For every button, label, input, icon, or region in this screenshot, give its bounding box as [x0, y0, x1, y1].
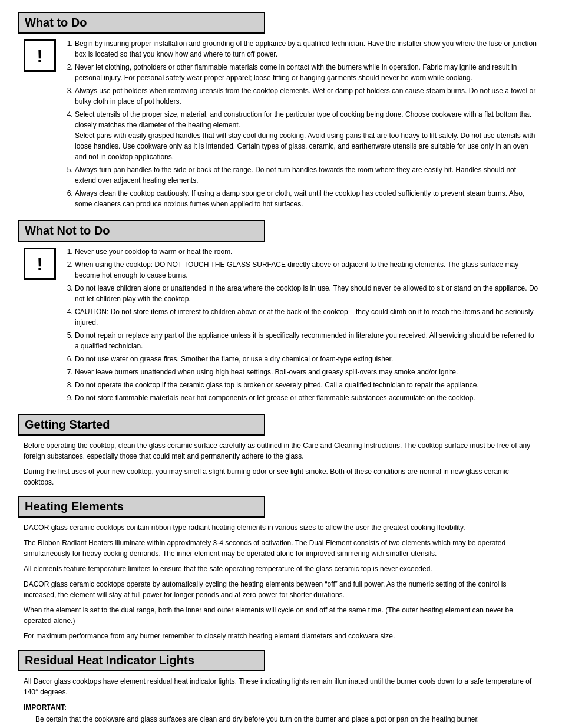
what-to-do-section: What to Do ! Begin by insuring proper in…	[18, 12, 544, 212]
heating-elements-p3: All elements feature temperature limiter…	[24, 564, 538, 574]
what-to-do-header: What to Do	[18, 12, 265, 34]
list-item: Never leave burners unattended when usin…	[75, 367, 538, 377]
warning-icon-inner-2: !	[37, 255, 43, 273]
residual-heat-section: Residual Heat Indicator Lights All Dacor…	[18, 650, 544, 724]
list-item: Do not store flammable materials near ho…	[75, 393, 538, 403]
list-item: Do not operate the cooktop if the cerami…	[75, 380, 538, 390]
list-item: Do not use water on grease fires. Smothe…	[75, 354, 538, 364]
what-not-to-do-header: What Not to Do	[18, 220, 265, 242]
important-text: Be certain that the cookware and glass s…	[35, 714, 538, 724]
what-not-to-do-warning-row: ! Never use your cooktop to warm or heat…	[24, 246, 538, 406]
what-not-to-do-title: What Not to Do	[25, 224, 258, 238]
what-not-to-do-list: Never use your cooktop to warm or heat t…	[75, 246, 538, 406]
heating-elements-p6: For maximum performance from any burner …	[24, 631, 538, 641]
list-item: Do not repair or replace any part of the…	[75, 330, 538, 351]
what-to-do-warning-row: ! Begin by insuring proper installation …	[24, 38, 538, 212]
list-item: Select utensils of the proper size, mate…	[75, 109, 538, 162]
getting-started-content: Before operating the cooktop, clean the …	[18, 440, 544, 487]
warning-icon: !	[24, 39, 56, 72]
important-block: Be certain that the cookware and glass s…	[35, 714, 538, 724]
list-item: Never use your cooktop to warm or heat t…	[75, 246, 538, 257]
getting-started-header: Getting Started	[18, 414, 265, 436]
list-item: Always use pot holders when removing ute…	[75, 85, 538, 107]
heating-elements-p2: The Ribbon Radiant Heaters illuminate wi…	[24, 538, 538, 559]
warning-icon-inner: !	[37, 47, 43, 65]
list-item: Never let clothing, potholders or other …	[75, 62, 538, 83]
heating-elements-header: Heating Elements	[18, 496, 265, 518]
exclamation-mark-2: !	[37, 255, 43, 273]
list-item: Do not leave children alone or unattende…	[75, 283, 538, 304]
residual-heat-header: Residual Heat Indicator Lights	[18, 650, 265, 671]
warning-icon-2: !	[24, 248, 56, 280]
what-to-do-title: What to Do	[25, 16, 258, 29]
what-not-to-do-section: What Not to Do ! Never use your cooktop …	[18, 220, 544, 406]
what-to-do-content: ! Begin by insuring proper installation …	[18, 38, 544, 212]
list-item: When using the cooktop: DO NOT TOUCH THE…	[75, 259, 538, 281]
what-not-to-do-content: ! Never use your cooktop to warm or heat…	[18, 246, 544, 406]
heating-elements-p4: DACOR glass ceramic cooktops operate by …	[24, 579, 538, 600]
list-item: CAUTION: Do not store items of interest …	[75, 307, 538, 328]
heating-elements-section: Heating Elements DACOR glass ceramic coo…	[18, 496, 544, 641]
important-label: IMPORTANT:	[24, 702, 538, 713]
heating-elements-title: Heating Elements	[25, 500, 258, 513]
heating-elements-p5: When the element is set to the dual rang…	[24, 605, 538, 626]
residual-heat-p1: All Dacor glass cooktops have element re…	[24, 676, 538, 697]
list-item: Always turn pan handles to the side or b…	[75, 164, 538, 186]
heating-elements-p1: DACOR glass ceramic cooktops contain rib…	[24, 522, 538, 533]
list-item: Always clean the cooktop cautiously. If …	[75, 188, 538, 209]
what-to-do-list: Begin by insuring proper installation an…	[75, 38, 538, 212]
getting-started-p2: During the first uses of your new cookto…	[24, 466, 538, 487]
residual-heat-content: All Dacor glass cooktops have element re…	[18, 676, 544, 724]
exclamation-mark: !	[37, 47, 43, 65]
getting-started-p1: Before operating the cooktop, clean the …	[24, 440, 538, 462]
residual-heat-title: Residual Heat Indicator Lights	[25, 654, 258, 667]
getting-started-title: Getting Started	[25, 418, 258, 431]
list-item: Begin by insuring proper installation an…	[75, 38, 538, 60]
getting-started-section: Getting Started Before operating the coo…	[18, 414, 544, 487]
heating-elements-content: DACOR glass ceramic cooktops contain rib…	[18, 522, 544, 641]
